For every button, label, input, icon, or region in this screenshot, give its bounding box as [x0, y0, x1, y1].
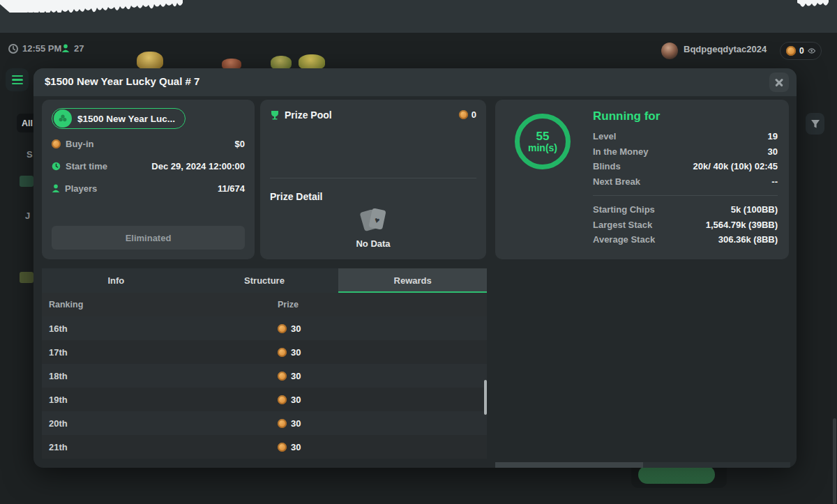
online-count-widget: 27 — [61, 43, 84, 54]
reward-row: 19th 30 — [42, 388, 487, 411]
start-time-value: Dec 29, 2024 12:00:00 — [151, 161, 245, 171]
prize-pool-header: Prize Pool — [270, 109, 332, 121]
empty-cards-icon: ♥ — [359, 208, 387, 233]
prize-pool-value: 0 — [472, 109, 476, 120]
prize-pool-title: Prize Pool — [285, 109, 332, 121]
starting-chips-label: Starting Chips — [593, 204, 655, 215]
modal-titlebar: $1500 New Year Lucky Qual # 7 — [33, 68, 797, 96]
blinds-label: Blinds — [593, 161, 621, 171]
reward-ranking: 19th — [49, 395, 68, 405]
topbar: 12:55 PM 27 Bqdpgeqdytac2024 0 — [0, 38, 837, 63]
no-data-label: No Data — [356, 238, 390, 249]
players-online-icon — [61, 44, 70, 53]
snow-decoration — [0, 0, 183, 13]
start-time-label: Start time — [66, 161, 107, 171]
prize-detail-label: Prize Detail — [270, 191, 322, 202]
eye-icon[interactable] — [808, 47, 815, 55]
right-tabs: Players Tables — [495, 462, 790, 468]
level-label: Level — [593, 131, 616, 142]
reward-row: 21th 30 — [42, 435, 487, 459]
blinds-value: 20k/ 40k (10k) 02:45 — [693, 161, 778, 171]
average-stack-value: 306.36k (8BB) — [718, 234, 778, 245]
reward-prize: 30 — [291, 395, 301, 405]
rewards-section: Info Structure Rewards Ranking Prize 16t… — [42, 268, 487, 462]
left-tabs: Info Structure Rewards — [42, 268, 487, 293]
reward-prize: 30 — [291, 442, 301, 452]
coin-icon — [278, 348, 287, 357]
players-row: Players 11/674 — [52, 183, 245, 194]
rewards-scrollbar[interactable] — [484, 380, 487, 415]
itm-value: 30 — [768, 146, 778, 157]
background-thumbnail — [20, 272, 33, 283]
trophy-image — [299, 54, 325, 70]
filter-all-label: All — [22, 119, 33, 128]
online-count: 27 — [74, 43, 84, 54]
rewards-prize-header: Prize — [278, 300, 299, 310]
tab-tables[interactable]: Tables — [643, 462, 791, 468]
coin-icon — [278, 372, 287, 381]
players-section: Players Tables Ranking Name Chips Re-Buy… — [495, 462, 790, 468]
tournament-detail-modal: $1500 New Year Lucky Qual # 7 $1500 New … — [33, 68, 797, 468]
reward-ranking: 16th — [49, 323, 68, 334]
buyin-row: Buy-in $0 — [52, 139, 245, 149]
coin-icon — [786, 46, 796, 56]
running-timer-ring: 55 min(s) — [515, 114, 571, 169]
trophy-icon — [270, 110, 280, 121]
next-break-label: Next Break — [593, 176, 640, 187]
running-minutes-unit: min(s) — [528, 142, 557, 153]
rewards-ranking-header: Ranking — [49, 300, 83, 310]
trophy-image — [271, 56, 292, 70]
snow-decoration — [797, 0, 829, 10]
trophy-image — [137, 52, 163, 70]
background-list-item: J — [25, 211, 30, 221]
close-button[interactable] — [769, 72, 789, 92]
prize-pool-card: Prize Pool 0 Prize Detail ♥ No Data — [260, 100, 486, 259]
reward-prize: 30 — [291, 323, 301, 334]
eliminated-button[interactable]: Eliminated — [52, 226, 245, 250]
itm-label: In the Money — [593, 146, 648, 157]
running-for-heading: Running for — [593, 109, 778, 123]
buyin-label: Buy-in — [66, 139, 93, 149]
clock-icon — [52, 162, 61, 171]
status-rows: Running for Level19 In the Money30 Blind… — [593, 109, 778, 247]
coin-icon — [278, 443, 287, 452]
running-minutes: 55 — [536, 130, 550, 142]
wallet-balance[interactable]: 0 — [780, 42, 822, 60]
reward-row: 16th 30 — [42, 316, 487, 340]
largest-stack-label: Largest Stack — [593, 220, 652, 230]
divider — [270, 178, 476, 178]
tab-info[interactable]: Info — [42, 268, 190, 293]
avatar[interactable] — [661, 43, 678, 59]
reward-prize: 30 — [291, 418, 301, 429]
coin-icon — [278, 419, 287, 428]
tab-structure[interactable]: Structure — [190, 268, 339, 293]
background-action-button[interactable] — [638, 466, 715, 484]
prize-pool-value-wrap: 0 — [459, 109, 476, 120]
tournament-pill-label: $1500 New Year Luc... — [77, 114, 175, 124]
page-scrollbar[interactable] — [833, 418, 836, 504]
divider — [593, 195, 778, 196]
reward-ranking: 20th — [49, 418, 68, 429]
tournament-logo-icon — [54, 109, 72, 128]
reward-ranking: 17th — [49, 347, 68, 358]
tournament-pill[interactable]: $1500 New Year Luc... — [52, 108, 186, 129]
reward-prize: 30 — [291, 347, 301, 358]
players-label: Players — [65, 183, 97, 194]
level-value: 19 — [768, 131, 778, 142]
average-stack-label: Average Stack — [593, 234, 655, 245]
app-root: 12:55 PM 27 Bqdpgeqdytac2024 0 All S J — [0, 0, 837, 504]
starting-chips-value: 5k (100BB) — [731, 204, 778, 215]
reward-row: 20th 30 — [42, 411, 487, 435]
current-time: 12:55 PM — [22, 43, 61, 54]
reward-ranking: 18th — [49, 371, 68, 381]
rewards-table-header: Ranking Prize — [42, 293, 487, 316]
reward-row: 18th 30 — [42, 364, 487, 388]
no-data-block: ♥ No Data — [260, 208, 486, 249]
username: Bqdpgeqdytac2024 — [684, 44, 767, 54]
players-value: 11/674 — [218, 183, 245, 194]
tab-players[interactable]: Players — [495, 462, 643, 468]
filter-button[interactable] — [806, 113, 824, 135]
clock-icon — [8, 44, 18, 54]
tab-rewards[interactable]: Rewards — [338, 268, 487, 293]
menu-button[interactable] — [6, 68, 29, 91]
